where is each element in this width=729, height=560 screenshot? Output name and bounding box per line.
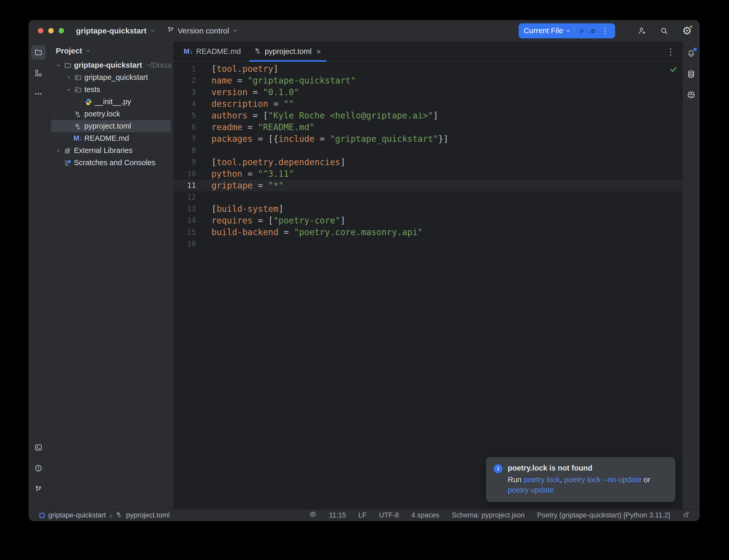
chevron-down-icon [232, 26, 238, 35]
ai-assistant-tool-button[interactable] [684, 88, 698, 102]
chevron-right-icon[interactable] [64, 73, 73, 82]
add-user-button[interactable] [637, 26, 646, 35]
settings-button[interactable]: ⚙ [682, 25, 692, 36]
project-panel-header[interactable]: Project [48, 44, 173, 58]
line-number: 8 [174, 145, 204, 156]
chevron-down-icon[interactable] [54, 61, 63, 70]
code-line-8: 8 [174, 145, 682, 156]
chevron-placeholder [64, 134, 73, 143]
poetry-lock-link[interactable]: poetry lock [524, 475, 560, 484]
code-text [204, 145, 211, 156]
more-tools-button[interactable] [31, 87, 46, 101]
problems-icon [34, 464, 43, 472]
tab-options-button[interactable]: ⋮ [666, 41, 682, 61]
schema-widget[interactable]: Schema: pyproject.json [452, 511, 525, 519]
chevron-down-icon[interactable] [64, 85, 73, 94]
tree-item-label: pyproject.toml [84, 122, 131, 130]
tab-pyproject[interactable]: pyproject.toml × [247, 41, 328, 61]
line-ending-widget[interactable]: LF [358, 511, 367, 519]
poetry-update-link[interactable]: poetry update [508, 486, 554, 494]
code-line-12: 12 [174, 191, 682, 203]
breadcrumb-file[interactable]: pyproject.toml [126, 511, 170, 519]
line-number: 3 [174, 86, 204, 98]
minimize-window-button[interactable] [48, 28, 54, 33]
code-editor[interactable]: 1[tool.poetry]2name = "griptape-quicksta… [174, 62, 682, 509]
project-tree: griptape-quickstart~/Documegriptape_quic… [48, 59, 173, 169]
project-switcher[interactable]: griptape-quickstart [76, 26, 155, 35]
python-icon [84, 97, 93, 106]
line-number: 5 [174, 110, 204, 121]
line-number: 15 [174, 226, 204, 238]
code-text: build-backend = "poetry.core.masonry.api… [204, 226, 423, 238]
poetry-lock-no-update-link[interactable]: poetry lock --no-update [564, 475, 642, 484]
code-line-13: 13[build-system] [174, 203, 682, 215]
database-tool-button[interactable] [684, 67, 698, 81]
encoding-widget[interactable]: UTF-8 [379, 511, 399, 519]
tab-label: README.md [196, 47, 241, 56]
tree-item-label: __init__.py [95, 97, 131, 106]
project-tool-button[interactable] [31, 45, 46, 60]
notification-text: Run [508, 475, 524, 484]
tree-item-pyproject-toml[interactable]: pyproject.toml [51, 120, 171, 132]
tab-readme[interactable]: M↓ README.md [177, 41, 247, 61]
tree-item--init-py[interactable]: __init__.py [51, 96, 171, 108]
close-tab-icon[interactable]: × [316, 47, 321, 56]
structure-tool-button[interactable] [31, 66, 46, 80]
divider [574, 27, 575, 35]
notification-popup: i poetry.lock is not found Run poetry lo… [486, 457, 675, 502]
status-bar: griptape-quickstart › pyproject.toml 11:… [29, 509, 700, 521]
terminal-tool-button[interactable] [31, 440, 46, 455]
tree-item-scratches-and-consoles[interactable]: Scratches and Consoles [51, 157, 171, 169]
interpreter-widget[interactable]: Poetry (griptape-quickstart) [Python 3.1… [537, 511, 670, 519]
tree-item-readme-md[interactable]: M↓README.md [51, 132, 171, 144]
debug-button[interactable] [589, 27, 596, 34]
run-button[interactable] [578, 27, 586, 34]
chevron-right-icon[interactable] [54, 146, 63, 155]
code-line-1: 1[tool.poetry] [174, 63, 682, 75]
run-config-selector[interactable]: Current File [524, 26, 571, 35]
editor-tab-bar: M↓ README.md pyproject.toml × ⋮ [174, 41, 682, 62]
toml-file-icon [254, 47, 261, 56]
code-text: version = "0.1.0" [204, 86, 299, 98]
line-number: 1 [174, 63, 204, 75]
problems-tool-button[interactable] [31, 461, 46, 475]
toolbar-icons: ⚙ [637, 25, 692, 36]
run-more-button[interactable]: ⋮ [600, 26, 610, 35]
code-text: [tool.poetry] [204, 63, 278, 75]
vcs-tool-button[interactable] [31, 482, 46, 496]
notification-text: , [560, 475, 564, 484]
tree-item-poetry-lock[interactable]: poetry.lock [51, 108, 171, 120]
zoom-window-button[interactable] [59, 28, 64, 33]
structure-icon [34, 69, 43, 77]
notification-text: or [642, 475, 650, 484]
code-text [204, 238, 211, 250]
ai-status-icon[interactable] [309, 511, 316, 520]
close-window-button[interactable] [38, 28, 43, 33]
desktop: { "colors": { "accent": "#3574f0", "link… [0, 0, 729, 560]
unlock-icon[interactable] [683, 511, 690, 520]
code-line-7: 7packages = [{include = "griptape_quicks… [174, 133, 682, 145]
terminal-icon [34, 443, 43, 452]
run-config-label: Current File [524, 26, 563, 35]
chevron-placeholder [64, 122, 73, 131]
time-widget[interactable]: 11:15 [329, 511, 346, 519]
search-button[interactable] [660, 26, 669, 35]
breadcrumb-project[interactable]: griptape-quickstart [48, 511, 106, 519]
toml-icon [73, 122, 83, 131]
vcs-widget[interactable]: Version control [167, 26, 238, 36]
code-text [204, 191, 211, 203]
left-tool-strip [29, 41, 48, 509]
tree-item-external-libraries[interactable]: External Libraries [51, 144, 171, 157]
chevron-placeholder [64, 109, 73, 119]
tree-item-tests[interactable]: tests [51, 83, 171, 96]
line-number: 16 [174, 238, 204, 250]
tree-item-label: README.md [84, 134, 129, 143]
package-icon [73, 73, 83, 82]
chevron-placeholder [54, 158, 63, 167]
indent-widget[interactable]: 4 spaces [412, 511, 440, 519]
tree-item-griptape-quickstart[interactable]: griptape-quickstart~/Docume [51, 59, 171, 71]
toml-icon [73, 110, 83, 118]
tree-item-griptape-quickstart[interactable]: griptape_quickstart [51, 71, 171, 83]
code-lines: 1[tool.poetry]2name = "griptape-quicksta… [174, 63, 682, 250]
notifications-tool-button[interactable] [684, 46, 698, 61]
